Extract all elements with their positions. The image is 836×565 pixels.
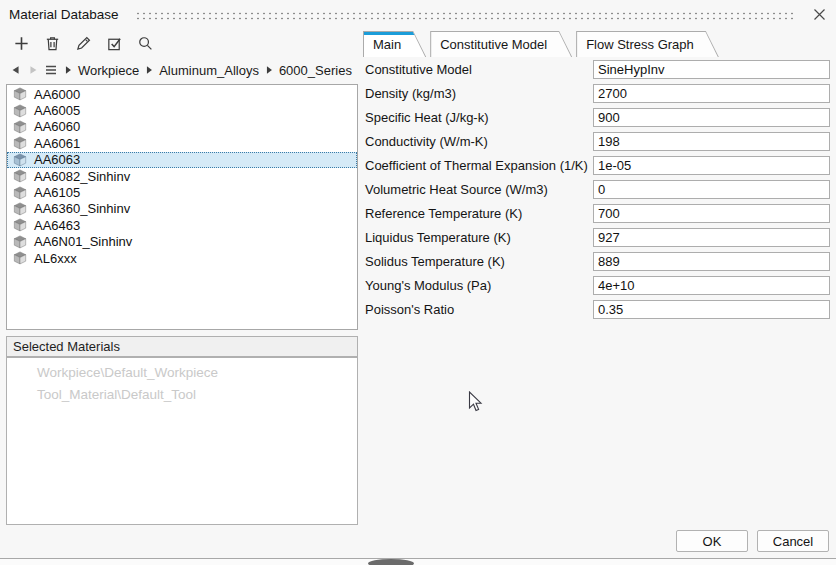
tab-flow-stress-graph[interactable]: Flow Stress Graph <box>576 31 719 57</box>
form-row: Constitutive Model <box>365 60 831 79</box>
list-item-material[interactable]: AA6360_Sinhinv <box>7 201 357 217</box>
back-icon[interactable] <box>10 64 22 76</box>
tab-main[interactable]: Main <box>363 31 426 57</box>
form-row: Liquidus Temperature (K) <box>365 228 831 247</box>
breadcrumb-item-6000-series[interactable]: 6000_Series <box>279 63 352 78</box>
field-label-density: Density (kg/m3) <box>365 86 593 101</box>
tab-bar: Main Constitutive Model Flow Stress Grap… <box>363 31 719 57</box>
material-name: AA6105 <box>34 185 80 200</box>
field-input-poissons-ratio[interactable] <box>593 300 830 319</box>
list-item-material[interactable]: AA6463 <box>7 217 357 233</box>
material-cube-icon <box>13 218 27 232</box>
toolbar <box>11 33 156 54</box>
field-input-solidus-temperature[interactable] <box>593 252 830 271</box>
breadcrumb-item-workpiece[interactable]: Workpiece <box>78 63 139 78</box>
field-input-conductivity[interactable] <box>593 132 830 151</box>
field-input-specific-heat[interactable] <box>593 108 830 127</box>
chevron-right-icon <box>144 65 154 75</box>
form-row: Young's Modulus (Pa) <box>365 276 831 295</box>
material-cube-icon <box>13 87 27 101</box>
field-label-liquidus-temperature: Liquidus Temperature (K) <box>365 230 593 245</box>
list-item-material-selected[interactable]: AA6063 <box>7 152 357 168</box>
material-name: AA6061 <box>34 136 80 151</box>
ok-button[interactable]: OK <box>676 530 748 552</box>
tab-label: Constitutive Model <box>431 32 571 57</box>
selected-materials-panel: Workpiece\Default_Workpiece Tool_Materia… <box>6 357 358 525</box>
field-input-volumetric-heat-source[interactable] <box>593 180 830 199</box>
field-input-liquidus-temperature[interactable] <box>593 228 830 247</box>
material-list: AA6000 AA6005 AA6060 AA6061 AA6063 AA608… <box>6 84 358 330</box>
chevron-right-icon <box>264 65 274 75</box>
background-object <box>368 559 414 565</box>
form-row: Reference Temperature (K) <box>365 204 831 223</box>
delete-icon[interactable] <box>42 33 63 54</box>
field-input-thermal-expansion[interactable] <box>593 156 830 175</box>
form-row: Conductivity (W/m-K) <box>365 132 831 151</box>
material-name: AA6063 <box>34 152 80 167</box>
list-item-material[interactable]: AA6060 <box>7 119 357 135</box>
field-input-density[interactable] <box>593 84 830 103</box>
bottom-strip <box>0 559 836 565</box>
field-label-volumetric-heat-source: Volumetric Heat Source (W/m3) <box>365 182 593 197</box>
apply-check-icon[interactable] <box>104 33 125 54</box>
material-cube-icon <box>13 235 27 249</box>
material-name: AL6xxx <box>34 251 77 266</box>
material-name: AA6005 <box>34 103 80 118</box>
forward-icon[interactable] <box>27 64 39 76</box>
field-label-reference-temperature: Reference Temperature (K) <box>365 206 593 221</box>
material-database-dialog: Material Database <box>0 0 836 565</box>
material-name: AA6060 <box>34 119 80 134</box>
list-item-material[interactable]: AA6082_Sinhinv <box>7 168 357 184</box>
cancel-button[interactable]: Cancel <box>757 530 829 552</box>
form-row: Solidus Temperature (K) <box>365 252 831 271</box>
field-label-thermal-expansion: Coefficient of Thermal Expansion (1/K) <box>365 158 593 173</box>
field-label-youngs-modulus: Young's Modulus (Pa) <box>365 278 593 293</box>
material-name: AA6463 <box>34 218 80 233</box>
add-icon[interactable] <box>11 33 32 54</box>
form-row: Specific Heat (J/kg-k) <box>365 108 831 127</box>
material-cube-icon <box>13 202 27 216</box>
form-row: Volumetric Heat Source (W/m3) <box>365 180 831 199</box>
list-item-material[interactable]: AA6105 <box>7 184 357 200</box>
field-input-youngs-modulus[interactable] <box>593 276 830 295</box>
close-icon[interactable] <box>811 6 827 22</box>
field-label-conductivity: Conductivity (W/m-K) <box>365 134 593 149</box>
field-label-constitutive-model: Constitutive Model <box>365 62 593 77</box>
material-cube-icon <box>13 186 27 200</box>
material-cube-icon <box>13 169 27 183</box>
search-icon[interactable] <box>135 33 156 54</box>
material-cube-icon <box>13 104 27 118</box>
material-cube-icon <box>13 153 27 167</box>
list-item-material[interactable]: AA6005 <box>7 102 357 118</box>
list-item-material[interactable]: AL6xxx <box>7 250 357 266</box>
tab-constitutive-model[interactable]: Constitutive Model <box>430 31 572 57</box>
field-label-specific-heat: Specific Heat (J/kg-k) <box>365 110 593 125</box>
title-bar: Material Database <box>0 0 836 28</box>
tab-label: Main <box>364 32 425 57</box>
list-item-material[interactable]: AA6N01_Sinhinv <box>7 234 357 250</box>
field-label-poissons-ratio: Poisson's Ratio <box>365 302 593 317</box>
list-item-material[interactable]: AA6061 <box>7 135 357 151</box>
form-row: Poisson's Ratio <box>365 300 831 319</box>
material-cube-icon <box>13 120 27 134</box>
list-item-material[interactable]: AA6000 <box>7 86 357 102</box>
material-cube-icon <box>13 251 27 265</box>
drag-handle[interactable] <box>135 10 797 20</box>
field-input-constitutive-model[interactable] <box>593 60 830 79</box>
tree-list-icon[interactable] <box>44 63 58 77</box>
mouse-cursor <box>468 391 484 413</box>
chevron-right-icon <box>63 65 73 75</box>
material-cube-icon <box>13 136 27 150</box>
field-input-reference-temperature[interactable] <box>593 204 830 223</box>
breadcrumb-item-aluminum-alloys[interactable]: Aluminum_Alloys <box>159 63 259 78</box>
main-tab-form: Constitutive Model Density (kg/m3) Speci… <box>365 60 831 319</box>
tab-label: Flow Stress Graph <box>577 32 718 57</box>
selected-materials-header: Selected Materials <box>6 336 358 357</box>
selected-material-entry: Tool_Material\Default_Tool <box>37 384 357 406</box>
material-name: AA6082_Sinhinv <box>34 169 130 184</box>
breadcrumb: Workpiece Aluminum_Alloys 6000_Series <box>10 61 352 79</box>
edit-icon[interactable] <box>73 33 94 54</box>
form-row: Coefficient of Thermal Expansion (1/K) <box>365 156 831 175</box>
dialog-title: Material Database <box>9 7 119 22</box>
selected-material-entry: Workpiece\Default_Workpiece <box>37 362 357 384</box>
